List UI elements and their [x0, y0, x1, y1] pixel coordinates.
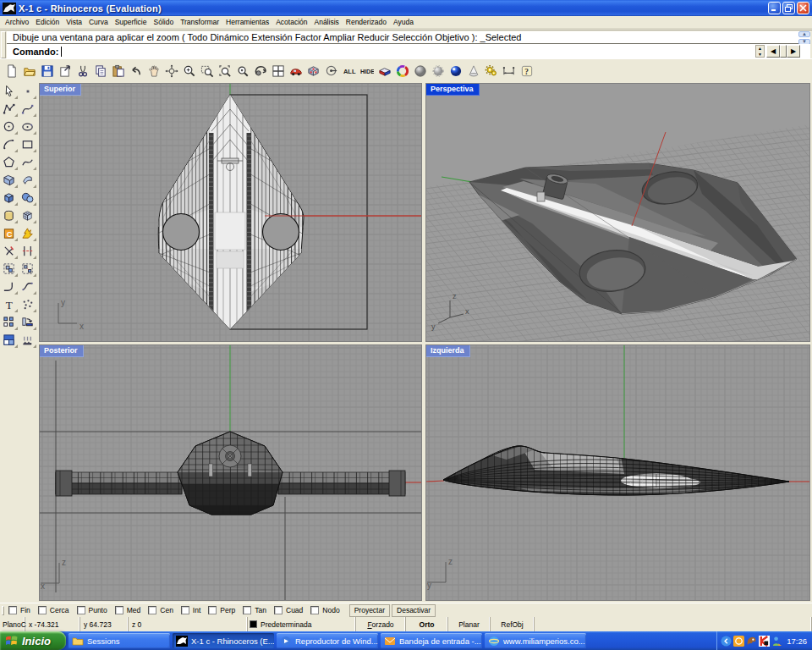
menu-archivo[interactable]: Archivo [2, 17, 32, 27]
sidebar-button-arc[interactable] [0, 135, 19, 153]
sidebar-button-cylinder[interactable] [0, 207, 19, 224]
toolbar-button-mesh-settings[interactable] [304, 62, 322, 80]
command-bar-grip[interactable] [1, 31, 6, 58]
sidebar-button-point-cloud[interactable] [19, 295, 37, 313]
sidebar-button-fillet[interactable] [0, 278, 19, 295]
messenger-user-icon[interactable] [771, 636, 782, 647]
viewport-label-superior[interactable]: Superior [40, 84, 81, 96]
toolbar-button-rendered-view[interactable] [447, 62, 464, 80]
menu-ayuda[interactable]: Ayuda [390, 17, 417, 27]
menu-curva[interactable]: Curva [85, 17, 112, 27]
sidebar-button-array[interactable] [0, 313, 19, 331]
menu-analisis[interactable]: Análisis [310, 17, 342, 27]
sidebar-button-explode[interactable] [19, 224, 37, 242]
osnap-checkbox-nodo[interactable] [310, 606, 319, 614]
osnap-checkbox-cerca[interactable] [38, 606, 47, 614]
toolbar-button-paste[interactable] [109, 62, 127, 80]
viewport-label-izquierda[interactable]: Izquierda [426, 345, 470, 357]
osnap-checkbox-int[interactable] [181, 606, 189, 614]
toolbar-button-render-cone[interactable] [464, 62, 482, 80]
sidebar-button-trim[interactable] [0, 242, 19, 260]
hide-icons-chevron-icon[interactable] [721, 636, 732, 647]
toolbar-button-hide[interactable]: HIDE [358, 62, 376, 80]
sidebar-button-layer-panel[interactable] [0, 331, 19, 349]
statusbar-button-planar[interactable]: Planar [448, 617, 491, 631]
menu-herramientas[interactable]: Herramientas [222, 17, 272, 27]
menu-transformar[interactable]: Transformar [177, 17, 222, 27]
osnap-checkbox-perp[interactable] [208, 606, 217, 614]
statusbar-button-forzado[interactable]: Forzado [356, 617, 406, 631]
sidebar-button-blend[interactable] [19, 278, 37, 295]
restore-button[interactable] [782, 2, 795, 14]
toolbar-button-rotate-camera[interactable] [251, 62, 269, 80]
command-input-line[interactable]: Comando: ▲▼ ◀ ▶ [7, 44, 810, 58]
toolbar-button-undo[interactable] [127, 62, 145, 80]
toolbar-button-rotate-view[interactable] [162, 62, 180, 80]
toolbar-button-cut[interactable] [74, 62, 91, 80]
toolbar-button-zoom-window[interactable] [198, 62, 216, 80]
osnap-checkbox-tan[interactable] [243, 606, 251, 614]
toolbar-button-zoom-dynamic[interactable] [180, 62, 198, 80]
sidebar-button-select-arrow[interactable] [0, 82, 19, 100]
osnap-checkbox-cen[interactable] [148, 606, 156, 614]
menu-vista[interactable]: Vista [63, 17, 85, 27]
sidebar-button-rectangle[interactable] [19, 135, 37, 153]
viewport-superior[interactable]: yx Superior [39, 83, 422, 342]
toolbar-button-new-file[interactable] [3, 62, 20, 80]
command-next-button[interactable]: ▶ [787, 45, 800, 58]
sidebar-button-control-curve[interactable] [19, 100, 37, 118]
toolbar-button-zoom-selected[interactable] [216, 62, 233, 80]
sidebar-button-freeform-curve[interactable] [19, 153, 37, 171]
statusbar-button-orto[interactable]: Orto [406, 617, 448, 631]
start-button[interactable]: Inicio [0, 631, 66, 650]
sidebar-button-mesh-box[interactable] [19, 207, 37, 224]
sidebar-button-c-plane[interactable]: C [0, 224, 19, 242]
osnap-checkbox-punto[interactable] [77, 606, 85, 614]
menu-edicion[interactable]: Edición [32, 17, 63, 27]
sidebar-button-orient[interactable] [19, 313, 37, 331]
osnap-checkbox-fin[interactable] [8, 606, 17, 614]
toolbar-button-help[interactable]: ? [518, 62, 535, 80]
osnap-checkbox-cuad[interactable] [274, 606, 283, 614]
command-history-scrollbar[interactable]: ▲ ▼ [798, 31, 810, 45]
statusbar-cplane[interactable]: PlanoC [0, 617, 25, 631]
command-prev-button[interactable]: ◀ [766, 45, 780, 58]
sidebar-button-circle[interactable] [0, 118, 19, 135]
viewport-perspectiva[interactable]: zxy Perspectiva [425, 83, 810, 342]
toolbar-button-layer-wedge[interactable] [376, 62, 393, 80]
toolbar-button-ghosted-view[interactable] [429, 62, 447, 80]
osnap-button-proyectar[interactable]: Proyectar [349, 604, 390, 617]
sidebar-button-text[interactable]: T [0, 295, 19, 313]
sidebar-button-corner-surface[interactable] [19, 171, 37, 189]
menu-superficie[interactable]: Superficie [112, 17, 151, 27]
sidebar-button-distribute[interactable] [19, 331, 37, 349]
statusbar-button-refobj[interactable]: RefObj [491, 617, 535, 631]
messenger-alert-icon[interactable] [733, 636, 744, 647]
viewport-label-posterior[interactable]: Posterior [40, 345, 84, 357]
command-spinner[interactable]: ▲▼ [755, 45, 765, 58]
sidebar-button-single-point[interactable] [19, 82, 37, 100]
task-button-bandeja-de-entrada[interactable]: Bandeja de entrada -... [381, 633, 482, 648]
toolbar-button-select-chain[interactable] [322, 62, 340, 80]
menu-renderizado[interactable]: Renderizado [343, 17, 390, 27]
close-button[interactable] [797, 2, 809, 14]
viewport-izquierda[interactable]: zy Izquierda [425, 344, 810, 601]
command-history[interactable]: Dibuje una ventana para aplicar el zoom … [7, 31, 810, 44]
sidebar-button-ungroup[interactable] [19, 260, 37, 278]
toolbar-button-move-car[interactable] [287, 62, 304, 80]
toolbar-button-open-file[interactable] [20, 62, 38, 80]
sidebar-button-group[interactable] [0, 260, 19, 278]
toolbar-button-save[interactable] [38, 62, 56, 80]
toolbar-button-viewport-layout[interactable] [269, 62, 287, 80]
emule-icon[interactable] [746, 636, 757, 647]
toolbar-button-shaded-view[interactable] [411, 62, 429, 80]
scroll-up-icon[interactable]: ▲ [798, 31, 810, 37]
sidebar-button-polyline[interactable] [0, 100, 19, 118]
task-button-www-miliamperios-co[interactable]: www.miliamperios.co... [485, 633, 586, 648]
menu-acotacion[interactable]: Acotación [272, 17, 310, 27]
task-button-reproductor-de-wind[interactable]: Reproductor de Wind... [277, 633, 378, 648]
toolbar-button-dimension[interactable] [500, 62, 518, 80]
sidebar-button-surface-patch[interactable] [0, 171, 19, 189]
sidebar-button-box[interactable] [0, 189, 19, 207]
task-button-x-1-c-rhinoceros-e[interactable]: X-1 c - Rhinoceros (E... [173, 633, 274, 648]
